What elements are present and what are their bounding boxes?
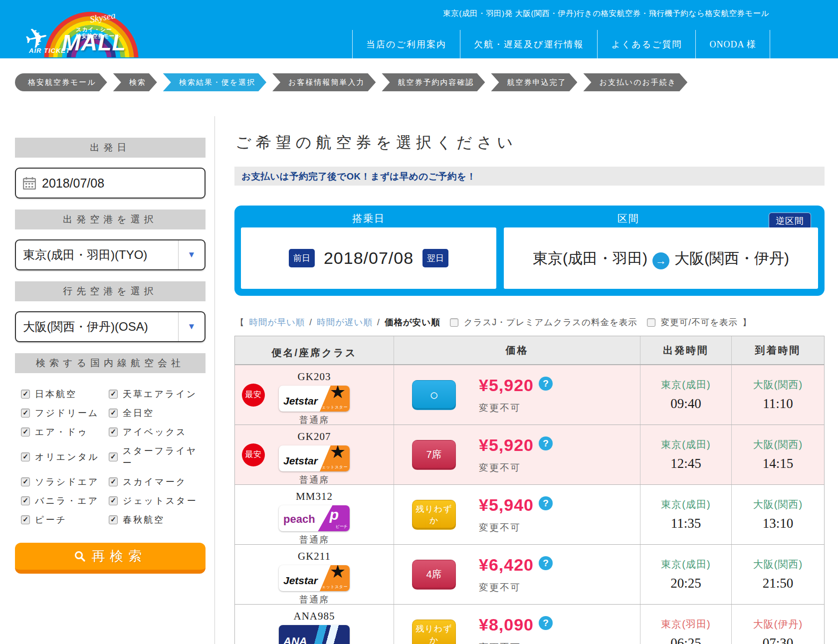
availability-button[interactable]: 7席 xyxy=(412,440,456,470)
peach-logo: p ピーチ peach xyxy=(279,505,350,531)
breadcrumb-step-confirm[interactable]: 航空券予約内容確認 xyxy=(382,73,485,91)
header-tagline: 東京(成田・羽田)発 大阪(関西・伊丹)行きの格安航空券・飛行機予約なら格安航空… xyxy=(443,8,769,19)
show-changeable-checkbox[interactable] xyxy=(647,318,655,327)
next-day-button[interactable]: 翌日 xyxy=(422,249,448,267)
availability-button[interactable]: 残りわずか xyxy=(412,500,456,530)
help-icon[interactable]: ? xyxy=(539,616,553,630)
sort-by-price-link[interactable]: 価格が安い順 xyxy=(385,316,440,328)
departure-airport-select[interactable]: 東京(成田・羽田)(TYO) ▼ xyxy=(15,239,206,270)
show-classj-checkbox[interactable] xyxy=(450,318,458,327)
flight-cell: 最安 GK203 ★ジェットスター Jetstar 普通席 xyxy=(235,365,394,425)
site-logo[interactable]: ✈ Skysea スカイ・シー 格安航空券モール MALL AIR TICKET xyxy=(26,1,146,57)
airline-checkbox[interactable]: フジドリーム xyxy=(21,407,109,419)
departure-airport: 東京(成田) xyxy=(661,498,710,511)
nav-item-guide[interactable]: 当店のご利用案内 xyxy=(352,30,460,58)
breadcrumb-step-home[interactable]: 格安航空券モール xyxy=(15,73,107,91)
arrival-airport: 大阪(関西) xyxy=(753,558,803,571)
help-icon[interactable]: ? xyxy=(539,556,553,570)
breadcrumb-step-customer-info[interactable]: お客様情報簡単入力 xyxy=(272,73,376,91)
seat-class: 普通席 xyxy=(299,594,329,606)
airline-checkbox[interactable]: バニラ・エア xyxy=(21,495,109,507)
airline-checkbox[interactable]: スターフライヤー xyxy=(109,445,206,469)
reverse-route-button[interactable]: 逆区間 xyxy=(769,213,811,229)
sort-by-time-asc-link[interactable]: 時間が早い順 xyxy=(249,316,305,328)
previous-day-button[interactable]: 前日 xyxy=(289,249,315,267)
table-row: MM312 p ピーチ peach 普通席 残りわずか ¥5,940? 変更不可 xyxy=(235,484,824,544)
flight-number: GK211 xyxy=(298,550,331,563)
departure-time: 06:25 xyxy=(670,636,701,644)
departure-cell: 東京(成田)11:35 xyxy=(640,485,731,544)
jetstar-brand-text: Jetstar xyxy=(283,575,318,587)
availability-button[interactable]: ○ xyxy=(412,380,456,410)
airline-label: 春秋航空 xyxy=(123,514,165,526)
arrival-cell: 大阪(関西)21:50 xyxy=(731,545,824,604)
chevron-down-icon: ▼ xyxy=(188,250,196,260)
checkbox-checked-icon xyxy=(21,496,30,505)
jetstar-brand-text: Jetstar xyxy=(283,455,318,467)
breadcrumb-step-payment[interactable]: お支払いのお手続き xyxy=(583,73,687,91)
airline-label: バニラ・エア xyxy=(35,495,99,507)
nav-item-faq[interactable]: よくあるご質問 xyxy=(597,30,695,58)
checkbox-checked-icon xyxy=(21,477,30,486)
airline-checkbox[interactable]: アイベックス xyxy=(109,426,206,438)
panel-boxes: 前日 2018/07/08 翌日 東京(成田・羽田)→大阪(関西・伊丹) xyxy=(241,227,818,289)
breadcrumb-step-complete[interactable]: 航空券申込完了 xyxy=(491,73,577,91)
help-icon[interactable]: ? xyxy=(539,377,553,391)
breadcrumb: 格安航空券モール 検索 検索結果・便を選択 お客様情報簡単入力 航空券予約内容確… xyxy=(15,73,693,91)
table-row: 最安 GK207 ★ジェットスター Jetstar 普通席 7席 ¥5,920?… xyxy=(235,425,824,484)
breadcrumb-step-results[interactable]: 検索結果・便を選択 xyxy=(163,73,266,91)
star-icon: ★ xyxy=(330,565,346,582)
route-label: 区間 xyxy=(504,212,753,225)
airline-label: スターフライヤー xyxy=(123,445,206,469)
airline-checkbox[interactable]: オリエンタル xyxy=(21,445,109,469)
header-nav: 当店のご利用案内 欠航・遅延及び運行情報 よくあるご質問 ONODA 様 xyxy=(352,30,770,58)
airline-label: ソラシドエア xyxy=(35,476,99,488)
departure-date-input[interactable]: 2018/07/08 xyxy=(15,168,206,199)
airline-checkbox[interactable]: 全日空 xyxy=(109,407,206,419)
availability-button[interactable]: 4席 xyxy=(412,560,456,590)
airline-checkbox[interactable]: 日本航空 xyxy=(21,388,109,400)
airline-checkbox[interactable]: エア・ドゥ xyxy=(21,426,109,438)
bracket-open: 【 xyxy=(235,316,245,328)
airline-checkbox[interactable]: ソラシドエア xyxy=(21,476,109,488)
route-text: 東京(成田・羽田)→大阪(関西・伊丹) xyxy=(533,246,789,271)
breadcrumb-step-search[interactable]: 検索 xyxy=(113,73,157,91)
departure-time: 09:40 xyxy=(670,396,701,412)
boarding-date-label: 搭乗日 xyxy=(241,212,496,225)
destination-airport-select[interactable]: 大阪(関西・伊丹)(OSA) ▼ xyxy=(15,311,206,342)
jetstar-logo: ★ジェットスター Jetstar xyxy=(279,565,350,591)
airline-checkbox[interactable]: スカイマーク xyxy=(109,476,206,488)
checkbox-checked-icon xyxy=(109,452,118,461)
airline-label: フジドリーム xyxy=(35,407,99,419)
nav-item-user[interactable]: ONODA 様 xyxy=(695,30,770,58)
airline-checkbox[interactable]: ピーチ xyxy=(21,514,109,526)
arrival-airport: 大阪(関西) xyxy=(753,438,803,451)
departure-time: 11:35 xyxy=(671,516,701,531)
departure-time: 20:25 xyxy=(670,576,701,591)
select-arrow-zone: ▼ xyxy=(178,240,205,269)
airline-checkbox[interactable]: 春秋航空 xyxy=(109,514,206,526)
arrival-cell: 大阪(関西)13:10 xyxy=(731,485,824,544)
payment-notice: お支払いは予約完了後でOK！まずは早めのご予約を！ xyxy=(234,167,825,186)
nav-item-flight-info[interactable]: 欠航・遅延及び運行情報 xyxy=(460,30,597,58)
airline-label: オリエンタル xyxy=(35,451,99,463)
cheapest-badge: 最安 xyxy=(242,443,265,466)
sort-by-time-desc-link[interactable]: 時間が遅い順 xyxy=(317,316,373,328)
help-icon[interactable]: ? xyxy=(539,436,553,450)
help-icon[interactable]: ? xyxy=(539,496,553,510)
column-header-arrival: 到着時間 xyxy=(731,336,824,364)
availability-button[interactable]: 残りわずか xyxy=(412,620,456,644)
table-row: ANA985 ANA 全日空 残りわずか ¥8,090? 変更不可 東京(羽田 xyxy=(235,604,824,644)
re-search-label: 再検索 xyxy=(92,547,147,565)
re-search-button[interactable]: 再検索 xyxy=(15,543,206,574)
departure-cell: 東京(成田)09:40 xyxy=(640,365,731,425)
change-policy: 変更不可 xyxy=(479,521,553,534)
column-header-flight: 便名/座席クラス xyxy=(235,336,394,364)
site-header: ✈ Skysea スカイ・シー 格安航空券モール MALL AIR TICKET… xyxy=(0,0,838,58)
airline-checkbox[interactable]: ジェットスター xyxy=(109,495,206,507)
airline-checkbox[interactable]: 天草エアライン xyxy=(109,388,206,400)
price-box: ¥5,920? 変更不可 xyxy=(479,376,553,415)
departure-airport: 東京(成田) xyxy=(661,558,710,571)
departure-airport-value: 東京(成田・羽田)(TYO) xyxy=(23,247,178,263)
main-content: ご希望の航空券を選択ください お支払いは予約完了後でOK！まずは早めのご予約を！… xyxy=(234,120,826,644)
